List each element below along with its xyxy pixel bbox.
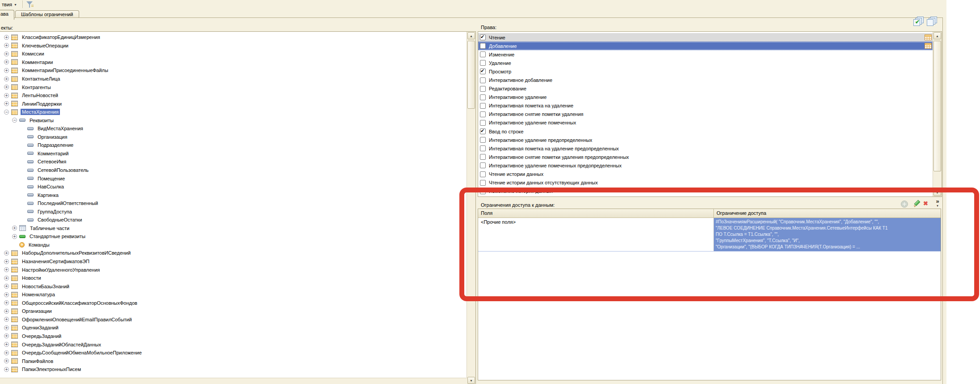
collapse-minus-icon[interactable]: − xyxy=(12,118,17,123)
expand-plus-icon[interactable]: + xyxy=(4,309,9,314)
tree-item[interactable]: +ЛинииПоддержки xyxy=(0,99,467,108)
actions-menu-button[interactable]: твия ▼ xyxy=(0,1,19,8)
tree-item[interactable]: Команды xyxy=(0,241,467,249)
expand-plus-icon[interactable]: + xyxy=(4,77,9,81)
restriction-cell[interactable]: #ПоЗначениямРасширенный( "Справочник.Мес… xyxy=(714,218,941,251)
tree-item[interactable]: +КлючевыеОперации xyxy=(0,42,467,50)
tree-item[interactable]: +ОчередьЗаданий xyxy=(0,332,467,341)
scroll-down-icon[interactable]: ▼ xyxy=(467,377,475,384)
tree-item[interactable]: ПоследнийОтветственный xyxy=(0,199,467,208)
tree-item[interactable]: −МестаХранения xyxy=(0,108,467,116)
tree-item[interactable]: +ЛентыНовостей xyxy=(0,91,467,100)
tree-item[interactable]: +Контрагенты xyxy=(0,83,467,91)
expand-plus-icon[interactable]: + xyxy=(4,350,9,355)
tree-item[interactable]: +ПапкиЭлектронныхПисем xyxy=(0,365,467,374)
right-checkbox[interactable] xyxy=(480,154,486,160)
scroll-down-icon[interactable]: ▼ xyxy=(933,189,941,196)
rights-row[interactable]: Добавление xyxy=(478,42,933,50)
tree-item[interactable]: +Стандартные реквизиты xyxy=(0,232,467,241)
right-checkbox[interactable] xyxy=(480,94,486,100)
rights-row[interactable]: Просмотр xyxy=(478,67,933,76)
expand-plus-icon[interactable]: + xyxy=(4,292,9,297)
rights-row[interactable]: Чтение истории данных xyxy=(478,170,933,179)
expand-plus-icon[interactable]: + xyxy=(4,251,9,256)
right-checkbox[interactable] xyxy=(480,145,486,151)
rights-row[interactable]: Интерактивное удаление xyxy=(478,93,933,102)
right-checkbox[interactable] xyxy=(480,171,486,177)
expand-plus-icon[interactable]: + xyxy=(4,68,9,73)
tree-item[interactable]: +ОчередьЗаданийОбластейДанных xyxy=(0,340,467,349)
expand-plus-icon[interactable]: + xyxy=(4,60,9,64)
rights-row[interactable]: Удаление xyxy=(478,59,933,67)
right-checkbox[interactable] xyxy=(480,180,486,186)
right-checkbox[interactable] xyxy=(480,68,486,74)
rights-row[interactable]: Интерактивное добавление xyxy=(478,76,933,84)
tree-item[interactable]: Комментарий xyxy=(0,149,467,158)
tree-item[interactable]: +Табличные части xyxy=(0,224,467,233)
scroll-up-icon[interactable]: ▲ xyxy=(467,32,475,39)
more-actions-button[interactable]: » ▼ xyxy=(934,198,941,209)
tree-vertical-scrollbar[interactable]: ▲ ▼ xyxy=(467,32,475,384)
tree-item[interactable]: Картинка xyxy=(0,191,467,199)
rights-row[interactable]: Интерактивное снятие пометки удаления пр… xyxy=(478,153,933,161)
filter-rights-button[interactable] xyxy=(25,0,35,9)
rights-row[interactable]: Интерактивное удаление помеченных предоп… xyxy=(478,161,933,170)
right-checkbox[interactable] xyxy=(480,77,486,83)
expand-plus-icon[interactable]: + xyxy=(4,367,9,372)
edit-pencil-icon[interactable] xyxy=(913,200,920,208)
expand-plus-icon[interactable]: + xyxy=(4,325,9,330)
tree-item[interactable]: +НазначенияСертификатовЭП xyxy=(0,257,467,266)
expand-plus-icon[interactable]: + xyxy=(4,276,9,281)
tree-item[interactable]: СвободныеОстатки xyxy=(0,216,467,224)
add-restriction-icon[interactable] xyxy=(901,201,908,208)
rights-row[interactable]: Изменение xyxy=(478,50,933,59)
expand-plus-icon[interactable]: + xyxy=(4,267,9,272)
expand-plus-icon[interactable]: + xyxy=(4,43,9,48)
tree-item[interactable]: Подразделение xyxy=(0,141,467,149)
set-all-rights-button[interactable]: ✔ xyxy=(913,17,924,26)
expand-plus-icon[interactable]: + xyxy=(4,101,9,106)
collapse-minus-icon[interactable]: − xyxy=(4,110,9,115)
tree-item[interactable]: НавСсылка xyxy=(0,183,467,191)
expand-plus-icon[interactable]: + xyxy=(4,358,9,363)
rights-row[interactable]: Интерактивная пометка на удаление xyxy=(478,102,933,110)
tree-scrollbar-thumb[interactable] xyxy=(467,41,475,109)
rights-vertical-scrollbar[interactable]: ▲ ▼ xyxy=(933,32,942,196)
restriction-row[interactable]: <Прочие поля>#ПоЗначениямРасширенный( "С… xyxy=(478,218,941,252)
rights-row[interactable]: Чтение истории данных отсутствующих данн… xyxy=(478,179,933,187)
expand-plus-icon[interactable]: + xyxy=(4,284,9,289)
right-checkbox[interactable] xyxy=(480,162,486,168)
right-checkbox[interactable] xyxy=(480,60,486,66)
right-checkbox[interactable] xyxy=(480,137,486,143)
rights-row[interactable]: Ввод по строке xyxy=(478,127,933,136)
expand-plus-icon[interactable]: + xyxy=(12,234,17,239)
right-checkbox[interactable] xyxy=(480,188,486,194)
rights-scrollbar-thumb[interactable] xyxy=(933,41,941,171)
tree-item[interactable]: +КонтактныеЛица xyxy=(0,75,467,83)
right-checkbox[interactable] xyxy=(480,34,486,40)
rights-row[interactable]: Интерактивное удаление предопределенных xyxy=(478,136,933,144)
tree-item[interactable]: −Реквизиты xyxy=(0,116,467,124)
right-checkbox[interactable] xyxy=(480,111,486,117)
expand-plus-icon[interactable]: + xyxy=(4,85,9,90)
tree-item[interactable]: СетевойПользователь xyxy=(0,166,467,175)
tree-item[interactable]: +Номенклатура xyxy=(0,290,467,299)
field-cell[interactable]: <Прочие поля> xyxy=(478,218,714,251)
rights-row[interactable]: Интерактивное удаление помеченных xyxy=(478,119,933,127)
right-checkbox[interactable] xyxy=(480,103,486,109)
expand-plus-icon[interactable]: + xyxy=(4,35,9,40)
tree-item[interactable]: +ОценкиЗаданий xyxy=(0,324,467,332)
right-checkbox[interactable] xyxy=(480,86,486,92)
right-checkbox[interactable] xyxy=(480,120,486,126)
tree-item[interactable]: ГруппаДоступа xyxy=(0,207,467,216)
tree-item[interactable]: +НовостиБазыЗнаний xyxy=(0,282,467,290)
right-checkbox[interactable] xyxy=(480,51,486,57)
column-header-restriction[interactable]: Ограничение доступа xyxy=(714,209,941,218)
tree-item[interactable]: СетевоеИмя xyxy=(0,158,467,166)
rights-row[interactable]: Изменение истории данных xyxy=(478,187,933,196)
clear-all-rights-button[interactable] xyxy=(927,17,938,26)
tree-item[interactable]: Организация xyxy=(0,133,467,141)
delete-x-icon[interactable]: ✖ xyxy=(923,200,928,207)
tree-horizontal-scrollbar[interactable] xyxy=(0,378,467,384)
tree-item[interactable]: +ОформленияОповещенийEmailПравилСобытий xyxy=(0,316,467,324)
